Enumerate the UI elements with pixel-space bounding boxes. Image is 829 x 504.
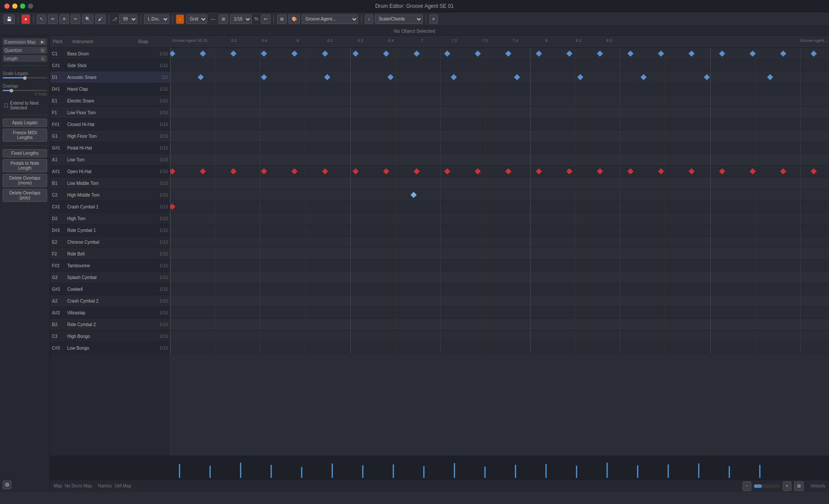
- note-diamond[interactable]: [577, 74, 583, 80]
- note-diamond[interactable]: [566, 51, 572, 57]
- grid-row-0[interactable]: [170, 48, 829, 60]
- expression-map-toggle[interactable]: ▶: [40, 39, 45, 44]
- note-diamond[interactable]: [383, 51, 389, 57]
- zoom-in-button[interactable]: +: [783, 481, 791, 491]
- grid-row-1[interactable]: [170, 60, 829, 72]
- note-row-d1[interactable]: D1 Acoustic Snare 1/2: [50, 72, 170, 83]
- record-button[interactable]: ●: [21, 14, 30, 24]
- note-row-g1[interactable]: G1 High Floor Tom 1/16: [50, 130, 170, 142]
- note-diamond[interactable]: [719, 51, 725, 57]
- note-diamond[interactable]: [414, 51, 420, 57]
- note-diamond[interactable]: [811, 168, 817, 174]
- note-row-gs2[interactable]: G#2 Cowbell 1/16: [50, 283, 170, 295]
- note-diamond[interactable]: [475, 168, 481, 174]
- grid-row-14[interactable]: [170, 213, 829, 225]
- grid-row-9[interactable]: [170, 154, 829, 166]
- grid-row-13[interactable]: [170, 201, 829, 213]
- note-row-b2[interactable]: B2 Ride Cymbal 2 1/16: [50, 319, 170, 330]
- grid-row-25[interactable]: [170, 342, 829, 354]
- grid-row-23[interactable]: [170, 319, 829, 330]
- zoom-out-button[interactable]: −: [743, 481, 751, 491]
- tool-select[interactable]: ↖: [37, 14, 46, 24]
- tool-paint[interactable]: 🖌: [95, 14, 106, 24]
- note-diamond[interactable]: [387, 74, 394, 80]
- note-row-cs1[interactable]: C#1 Side Stick 1/16: [50, 60, 170, 72]
- note-diamond[interactable]: [230, 168, 236, 174]
- tool-draw[interactable]: ✏: [48, 14, 58, 24]
- pedals-note-button[interactable]: Pedals to Note Length: [3, 159, 47, 172]
- grid-row-20[interactable]: [170, 283, 829, 295]
- note-row-fs1[interactable]: F#1 Closed Hi-Hat 1/16: [50, 119, 170, 130]
- grid-row-15[interactable]: [170, 225, 829, 236]
- quantize-select[interactable]: 1/16: [230, 14, 252, 24]
- bpm-select[interactable]: 99: [119, 14, 137, 24]
- note-row-a2[interactable]: A2 Crash Cymbal 2 1/16: [50, 295, 170, 307]
- note-diamond[interactable]: [383, 168, 389, 174]
- note-row-f2[interactable]: F2 Ride Bell 1/16: [50, 248, 170, 260]
- grid-select[interactable]: Grid: [186, 14, 207, 24]
- note-diamond[interactable]: [719, 168, 725, 174]
- note-row-c3[interactable]: C3 High Bongo 1/16: [50, 330, 170, 342]
- note-row-e1[interactable]: E1 Electric Snare 1/16: [50, 95, 170, 107]
- grid-row-6[interactable]: [170, 119, 829, 130]
- note-row-ds1[interactable]: D#1 Hand Clap 1/16: [50, 83, 170, 95]
- note-row-d2[interactable]: D2 High Tom 1/16: [50, 213, 170, 225]
- note-diamond[interactable]: [353, 51, 359, 57]
- note-row-f1[interactable]: F1 Low Floor Tom 1/16: [50, 107, 170, 119]
- extra-button[interactable]: [28, 3, 33, 9]
- scale-legato-slider[interactable]: [3, 77, 47, 78]
- note-diamond[interactable]: [505, 168, 511, 174]
- note-diamond[interactable]: [750, 168, 756, 174]
- note-diamond[interactable]: [767, 74, 773, 80]
- extend-checkbox-row[interactable]: Extend to Next Selected: [3, 100, 47, 111]
- grid-row-24[interactable]: [170, 330, 829, 342]
- tool-zoom[interactable]: 🔍: [82, 14, 93, 24]
- note-diamond[interactable]: [200, 168, 206, 174]
- note-diamond[interactable]: [200, 51, 206, 57]
- note-diamond[interactable]: [689, 51, 695, 57]
- note-diamond[interactable]: [322, 51, 328, 57]
- note-diamond[interactable]: [689, 168, 695, 174]
- expression-map-row[interactable]: Expression Map ▶: [3, 38, 47, 45]
- grid-row-16[interactable]: [170, 236, 829, 248]
- note-diamond[interactable]: [230, 51, 236, 57]
- note-diamond[interactable]: [322, 168, 328, 174]
- note-diamond[interactable]: [414, 168, 420, 174]
- settings-button[interactable]: ⚙: [3, 480, 11, 489]
- note-diamond[interactable]: [811, 51, 817, 57]
- grid-row-17[interactable]: [170, 248, 829, 260]
- note-diamond[interactable]: [291, 51, 298, 57]
- grid-row-5[interactable]: [170, 107, 829, 119]
- note-row-c2[interactable]: C2 High Middle Tom 1/16: [50, 189, 170, 201]
- grid-row-2[interactable]: [170, 72, 829, 83]
- note-diamond[interactable]: [566, 168, 572, 174]
- grid-row-11[interactable]: [170, 177, 829, 189]
- note-diamond[interactable]: [291, 168, 298, 174]
- note-diamond[interactable]: [536, 168, 542, 174]
- note-diamond[interactable]: [597, 51, 603, 57]
- instrument-select[interactable]: Groove Agent...: [301, 14, 358, 24]
- freeze-midi-button[interactable]: Freeze MIDI Lengths: [3, 129, 47, 142]
- grid-row-21[interactable]: [170, 295, 829, 307]
- grid-row-19[interactable]: [170, 272, 829, 283]
- grid-row-18[interactable]: [170, 260, 829, 272]
- note-row-as1[interactable]: A#1 Open Hi-Hat 1/16: [50, 166, 170, 177]
- grid-toggle[interactable]: ⊞: [277, 14, 287, 24]
- note-row-cs3[interactable]: C#3 Low Bongo 1/16: [50, 342, 170, 354]
- tool-split[interactable]: ✂: [71, 14, 80, 24]
- scale-select[interactable]: Scale/Chords: [375, 14, 423, 24]
- loop-button[interactable]: ↩: [261, 14, 271, 24]
- note-diamond[interactable]: [475, 51, 481, 57]
- fixed-lengths-button[interactable]: Fixed Lengths: [3, 149, 47, 157]
- note-diamond[interactable]: [505, 51, 511, 57]
- note-row-c1[interactable]: C1 Bass Drum 1/16: [50, 48, 170, 60]
- note-diamond[interactable]: [514, 74, 520, 80]
- zoom-slider[interactable]: [754, 484, 780, 488]
- expand-button[interactable]: ⊞: [794, 481, 804, 491]
- delete-overlaps-poly-button[interactable]: Delete Overlaps (poly): [3, 189, 47, 202]
- note-diamond[interactable]: [658, 51, 664, 57]
- grid-row-7[interactable]: [170, 130, 829, 142]
- note-diamond[interactable]: [261, 51, 267, 57]
- note-diamond[interactable]: [780, 51, 786, 57]
- save-button[interactable]: 💾: [3, 14, 15, 24]
